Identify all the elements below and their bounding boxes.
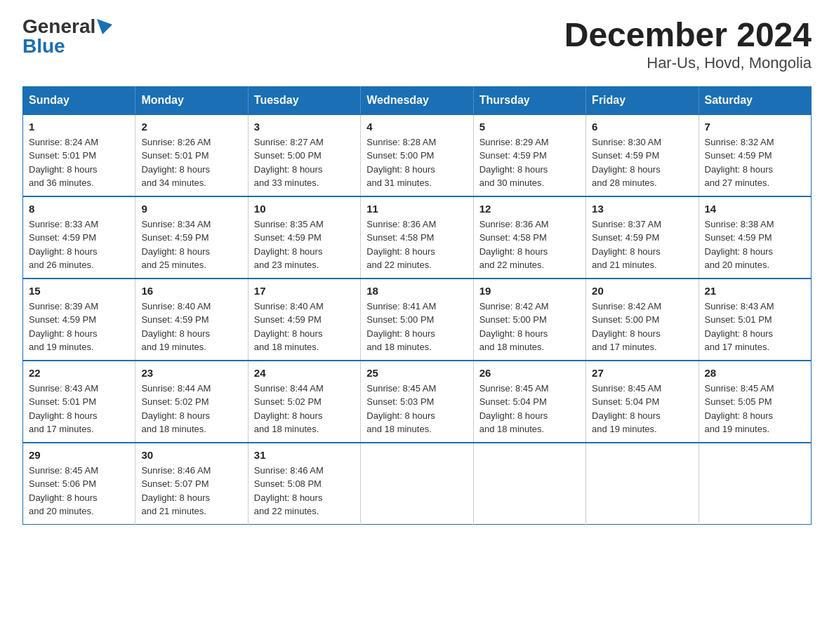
day-number: 29 xyxy=(29,449,129,461)
day-header-tuesday: Tuesday xyxy=(248,86,360,114)
calendar-day-cell: 10 Sunrise: 8:35 AMSunset: 4:59 PMDaylig… xyxy=(248,196,360,279)
day-number: 1 xyxy=(29,121,129,133)
day-info: Sunrise: 8:46 AMSunset: 5:08 PMDaylight:… xyxy=(254,464,355,518)
logo: General Blue xyxy=(22,17,112,56)
calendar-day-cell: 28 Sunrise: 8:45 AMSunset: 5:05 PMDaylig… xyxy=(699,361,811,443)
calendar-day-cell: 1 Sunrise: 8:24 AMSunset: 5:01 PMDayligh… xyxy=(23,114,135,196)
calendar-day-cell: 26 Sunrise: 8:45 AMSunset: 5:04 PMDaylig… xyxy=(473,361,585,443)
svg-marker-0 xyxy=(97,19,112,34)
day-info: Sunrise: 8:46 AMSunset: 5:07 PMDaylight:… xyxy=(141,464,241,518)
calendar-day-cell: 8 Sunrise: 8:33 AMSunset: 4:59 PMDayligh… xyxy=(23,196,135,279)
day-info: Sunrise: 8:45 AMSunset: 5:05 PMDaylight:… xyxy=(705,382,805,436)
calendar-week-row: 8 Sunrise: 8:33 AMSunset: 4:59 PMDayligh… xyxy=(23,196,812,279)
calendar-header-row: SundayMondayTuesdayWednesdayThursdayFrid… xyxy=(23,86,812,114)
day-info: Sunrise: 8:42 AMSunset: 5:00 PMDaylight:… xyxy=(592,300,692,354)
calendar-day-cell: 25 Sunrise: 8:45 AMSunset: 5:03 PMDaylig… xyxy=(361,361,473,443)
day-header-thursday: Thursday xyxy=(473,86,585,114)
day-number: 8 xyxy=(29,203,129,215)
calendar-day-cell: 5 Sunrise: 8:29 AMSunset: 4:59 PMDayligh… xyxy=(473,114,585,196)
day-info: Sunrise: 8:45 AMSunset: 5:04 PMDaylight:… xyxy=(479,382,580,436)
day-info: Sunrise: 8:44 AMSunset: 5:02 PMDaylight:… xyxy=(254,382,355,436)
calendar-day-cell: 6 Sunrise: 8:30 AMSunset: 4:59 PMDayligh… xyxy=(586,114,699,196)
day-number: 27 xyxy=(592,367,692,379)
calendar-day-cell: 20 Sunrise: 8:42 AMSunset: 5:00 PMDaylig… xyxy=(586,279,699,361)
calendar-day-cell: 18 Sunrise: 8:41 AMSunset: 5:00 PMDaylig… xyxy=(361,279,473,361)
day-info: Sunrise: 8:33 AMSunset: 4:59 PMDaylight:… xyxy=(29,217,129,272)
day-number: 26 xyxy=(479,367,580,379)
calendar-day-cell: 9 Sunrise: 8:34 AMSunset: 4:59 PMDayligh… xyxy=(135,196,248,279)
calendar-day-cell: 12 Sunrise: 8:36 AMSunset: 4:58 PMDaylig… xyxy=(473,196,585,279)
day-number: 13 xyxy=(592,203,692,215)
calendar-day-cell: 7 Sunrise: 8:32 AMSunset: 4:59 PMDayligh… xyxy=(699,114,811,196)
day-info: Sunrise: 8:27 AMSunset: 5:00 PMDaylight:… xyxy=(254,135,355,190)
day-number: 31 xyxy=(254,449,355,461)
calendar-day-cell: 3 Sunrise: 8:27 AMSunset: 5:00 PMDayligh… xyxy=(248,114,360,196)
calendar-day-cell: 19 Sunrise: 8:42 AMSunset: 5:00 PMDaylig… xyxy=(473,279,585,361)
calendar-title: December 2024 xyxy=(564,17,812,54)
calendar-day-cell: 21 Sunrise: 8:43 AMSunset: 5:01 PMDaylig… xyxy=(699,279,811,361)
day-number: 11 xyxy=(366,203,467,215)
day-number: 3 xyxy=(254,121,355,133)
calendar-empty-cell xyxy=(699,443,811,525)
day-number: 5 xyxy=(479,121,580,133)
day-info: Sunrise: 8:40 AMSunset: 4:59 PMDaylight:… xyxy=(141,300,241,354)
calendar-day-cell: 24 Sunrise: 8:44 AMSunset: 5:02 PMDaylig… xyxy=(248,361,360,443)
day-number: 25 xyxy=(366,367,467,379)
calendar-empty-cell xyxy=(473,443,585,525)
calendar-day-cell: 22 Sunrise: 8:43 AMSunset: 5:01 PMDaylig… xyxy=(23,361,135,443)
calendar-day-cell: 2 Sunrise: 8:26 AMSunset: 5:01 PMDayligh… xyxy=(135,114,248,196)
day-number: 6 xyxy=(592,121,692,133)
calendar-day-cell: 4 Sunrise: 8:28 AMSunset: 5:00 PMDayligh… xyxy=(361,114,473,196)
logo-general-text: General xyxy=(22,17,95,36)
day-number: 19 xyxy=(479,285,580,297)
day-number: 30 xyxy=(141,449,241,461)
day-number: 4 xyxy=(366,121,467,133)
calendar-day-cell: 11 Sunrise: 8:36 AMSunset: 4:58 PMDaylig… xyxy=(361,196,473,279)
day-number: 20 xyxy=(592,285,692,297)
day-info: Sunrise: 8:43 AMSunset: 5:01 PMDaylight:… xyxy=(29,382,129,436)
day-info: Sunrise: 8:24 AMSunset: 5:01 PMDaylight:… xyxy=(29,135,129,190)
title-area: December 2024 Har-Us, Hovd, Mongolia xyxy=(564,17,812,72)
day-info: Sunrise: 8:28 AMSunset: 5:00 PMDaylight:… xyxy=(366,135,467,190)
day-number: 18 xyxy=(366,285,467,297)
calendar-week-row: 15 Sunrise: 8:39 AMSunset: 4:59 PMDaylig… xyxy=(23,279,812,361)
day-number: 23 xyxy=(141,367,241,379)
day-number: 24 xyxy=(254,367,355,379)
calendar-day-cell: 27 Sunrise: 8:45 AMSunset: 5:04 PMDaylig… xyxy=(586,361,699,443)
day-number: 9 xyxy=(141,203,241,215)
calendar-day-cell: 17 Sunrise: 8:40 AMSunset: 4:59 PMDaylig… xyxy=(248,279,360,361)
day-info: Sunrise: 8:37 AMSunset: 4:59 PMDaylight:… xyxy=(592,217,692,272)
day-info: Sunrise: 8:45 AMSunset: 5:03 PMDaylight:… xyxy=(366,382,467,436)
day-info: Sunrise: 8:41 AMSunset: 5:00 PMDaylight:… xyxy=(366,300,467,354)
day-number: 12 xyxy=(479,203,580,215)
day-info: Sunrise: 8:45 AMSunset: 5:06 PMDaylight:… xyxy=(29,464,129,518)
day-info: Sunrise: 8:38 AMSunset: 4:59 PMDaylight:… xyxy=(705,217,805,272)
day-number: 15 xyxy=(29,285,129,297)
day-info: Sunrise: 8:34 AMSunset: 4:59 PMDaylight:… xyxy=(141,217,241,272)
day-number: 16 xyxy=(141,285,241,297)
day-number: 14 xyxy=(705,203,805,215)
calendar-week-row: 1 Sunrise: 8:24 AMSunset: 5:01 PMDayligh… xyxy=(23,114,812,196)
calendar-day-cell: 23 Sunrise: 8:44 AMSunset: 5:02 PMDaylig… xyxy=(135,361,248,443)
day-header-monday: Monday xyxy=(135,86,248,114)
day-number: 2 xyxy=(141,121,241,133)
day-info: Sunrise: 8:45 AMSunset: 5:04 PMDaylight:… xyxy=(592,382,692,436)
day-info: Sunrise: 8:44 AMSunset: 5:02 PMDaylight:… xyxy=(141,382,241,436)
day-header-friday: Friday xyxy=(586,86,699,114)
day-info: Sunrise: 8:26 AMSunset: 5:01 PMDaylight:… xyxy=(141,135,241,190)
calendar-day-cell: 15 Sunrise: 8:39 AMSunset: 4:59 PMDaylig… xyxy=(23,279,135,361)
day-info: Sunrise: 8:42 AMSunset: 5:00 PMDaylight:… xyxy=(479,300,580,354)
calendar-empty-cell xyxy=(586,443,699,525)
calendar-day-cell: 16 Sunrise: 8:40 AMSunset: 4:59 PMDaylig… xyxy=(135,279,248,361)
day-header-saturday: Saturday xyxy=(699,86,811,114)
calendar-empty-cell xyxy=(361,443,473,525)
day-info: Sunrise: 8:43 AMSunset: 5:01 PMDaylight:… xyxy=(705,300,805,354)
calendar-day-cell: 29 Sunrise: 8:45 AMSunset: 5:06 PMDaylig… xyxy=(23,443,135,525)
day-header-sunday: Sunday xyxy=(23,86,135,114)
logo-triangle-icon xyxy=(97,19,112,34)
page-header: General Blue December 2024 Har-Us, Hovd,… xyxy=(22,17,812,72)
day-header-wednesday: Wednesday xyxy=(361,86,473,114)
calendar-week-row: 29 Sunrise: 8:45 AMSunset: 5:06 PMDaylig… xyxy=(23,443,812,525)
day-info: Sunrise: 8:35 AMSunset: 4:59 PMDaylight:… xyxy=(254,217,355,272)
calendar-subtitle: Har-Us, Hovd, Mongolia xyxy=(564,54,812,72)
